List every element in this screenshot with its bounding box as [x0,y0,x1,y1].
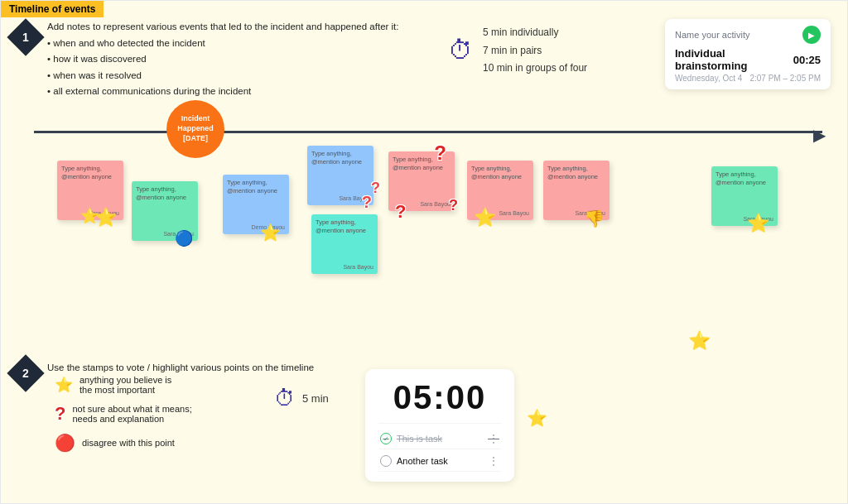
step2-timer-icon: ⏱ [274,386,296,411]
activity-detail-row: Individual brainstorming 00:25 [675,47,821,72]
step2-instruction-text: Use the stamps to vote / highlight vario… [47,362,314,372]
task-2-label: Another task [397,456,448,466]
timeline-line [34,131,822,133]
legend-disagree-icon: 🔴 [55,433,75,453]
step1-box: 1 Add notes to represent various events … [12,19,399,100]
step1-diamond: 1 [7,18,44,55]
task-1-menu[interactable]: ⋮ [488,432,499,445]
sticky-2-text: Type anything, @mention anyone [136,185,194,202]
task-2-menu[interactable]: ⋮ [488,454,499,468]
sticky-note-9[interactable]: Type anything, @mention anyone Sara Bayo… [711,166,778,226]
activity-date: Wednesday, Oct 4 [675,74,742,83]
stamp-star-3: ⭐ [260,223,281,242]
sticky-1-text: Type anything, @mention anyone [61,165,119,181]
sticky-note-4[interactable]: Type anything, @mention anyone Sara Bayo… [307,146,373,205]
sticky-9-text: Type anything, @mention anyone [716,170,773,187]
legend-star: ⭐ anything you believe isthe most import… [55,375,192,395]
step1-instructions: Add notes to represent various events th… [47,19,399,100]
stamp-star-2: ⭐ [80,207,99,225]
task-item-1[interactable]: ✓ This is task ⋮ [378,429,501,449]
task-1-check: ✓ [380,433,392,444]
timer-times: 5 min individually 7 min in pairs 10 min… [483,24,587,78]
stamp-thumbdown-8: 👎 [584,209,605,228]
legend: ⭐ anything you believe isthe most import… [55,375,192,453]
activity-title: Individual brainstorming [675,47,793,72]
stamp-q-6b: ? [395,201,406,223]
activity-time-range: 2:07 PM – 2:05 PM [749,74,821,83]
sticky-4-author: Sara Bayou [311,195,369,201]
stamp-q-6: ? [434,142,446,165]
activity-name-label: Name your activity [675,30,749,40]
top-banner: Timeline of events [1,1,104,17]
step2-number: 2 [22,367,29,380]
sticky-5-author: Sara Bayou [316,264,373,270]
legend-disagree-text: disagree with this point [82,438,175,448]
bullet2: • how it was discovered [47,54,147,64]
task-list: ✓ This is task ⋮ Another task ⋮ [378,423,501,472]
stamp-q-6c: ? [449,197,458,214]
step1-title: Add notes to represent various events th… [47,22,399,31]
legend-star-text: anything you believe isthe most importan… [80,375,171,395]
legend-star-icon: ⭐ [55,376,73,394]
step2-instruction: Use the stamps to vote / highlight vario… [47,355,314,377]
big-countdown: 05:00 ✓ This is task ⋮ Another task ⋮ [365,369,514,482]
sticky-4-text: Type anything, @mention anyone [311,150,369,166]
timeline-arrow: ▶ [813,125,826,145]
sticky-note-8[interactable]: Type anything, @mention anyone Sara Bayo… [543,161,610,220]
stamp-star-7: ⭐ [474,207,496,228]
legend-question-icon: ? [55,403,65,425]
incident-label: Incident Happened [DATE] [166,114,224,143]
stamp-q-4b: ? [371,180,380,197]
timer-line1: 5 min individually [483,24,587,42]
sticky-note-2[interactable]: Type anything, @mention anyone Sara Bayo… [132,181,198,241]
timer-line2: 7 min in pairs [483,42,587,60]
bullet1: • when and who detected the incident [47,38,205,48]
step2-timer-label: 5 min [302,392,329,405]
task-item-2[interactable]: Another task ⋮ [378,451,501,472]
stamp-sticker-2: 🔵 [175,229,193,247]
activity-countdown: 00:25 [793,54,821,66]
task-1-label: This is task [397,434,442,444]
legend-disagree: 🔴 disagree with this point [55,433,192,453]
bullet4: • all external communications during the… [47,86,251,96]
sticky-note-5[interactable]: Type anything, @mention anyone Sara Bayo… [311,214,378,274]
bullet3: • when was it resolved [47,70,142,80]
step1-number: 1 [22,31,29,44]
sticky-note-1[interactable]: Type anything, @mention anyone Sara Bayo… [57,161,123,220]
float-star-1: ⭐ [688,330,711,352]
activity-card-header: Name your activity ▶ [675,26,821,44]
banner-label: Timeline of events [9,3,95,15]
timer-icon: ⏱ [448,36,473,65]
stamp-star-9: ⭐ [747,213,769,234]
countdown-display: 05:00 [378,379,501,416]
timer-line3: 10 min in groups of four [483,60,587,78]
float-star-2: ⭐ [527,408,547,428]
sticky-8-text: Type anything, @mention anyone [547,165,605,181]
sticky-note-6[interactable]: Type anything, @mention anyone Sara Bayo… [388,151,455,211]
main-board: Timeline of events 1 Add notes to repres… [0,0,848,504]
timer-widget: ⏱ 5 min individually 7 min in pairs 10 m… [448,24,587,78]
activity-card: Name your activity ▶ Individual brainsto… [665,19,831,89]
sticky-3-text: Type anything, @mention anyone [227,179,285,195]
sticky-5-text: Type anything, @mention anyone [316,218,373,235]
incident-circle: Incident Happened [DATE] [166,100,224,158]
sticky-note-3[interactable]: Type anything, @mention anyone Demo Bayo… [223,175,289,234]
sticky-7-text: Type anything, @mention anyone [471,165,529,181]
sticky-note-7[interactable]: Type anything, @mention anyone Sara Bayo… [467,161,533,220]
legend-question-text: not sure about what it means;needs and e… [72,404,191,424]
legend-question: ? not sure about what it means;needs and… [55,403,192,425]
task-2-check [380,455,392,467]
step2-diamond: 2 [7,354,44,391]
step2-timer: ⏱ 5 min [274,386,329,411]
play-button[interactable]: ▶ [802,26,821,44]
